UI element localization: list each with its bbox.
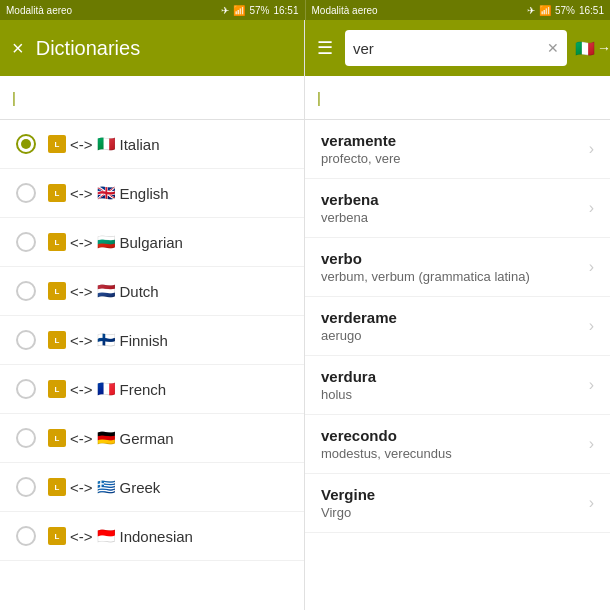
radio-button[interactable]: [16, 477, 36, 497]
result-word: verderame: [321, 309, 589, 326]
radio-button[interactable]: [16, 232, 36, 252]
chevron-right-icon: ›: [589, 317, 594, 335]
result-content: veramenteprofecto, vere: [321, 132, 589, 166]
result-content: verecondomodestus, verecundus: [321, 427, 589, 461]
right-search-input[interactable]: [353, 40, 543, 57]
clear-search-button[interactable]: ✕: [547, 40, 559, 56]
flag-icon: 🇫🇮: [97, 331, 116, 349]
dictionary-item[interactable]: L <-> 🇧🇬 Bulgarian: [0, 218, 304, 267]
right-search-bar: [305, 76, 610, 120]
result-word: veramente: [321, 132, 589, 149]
result-translation: holus: [321, 387, 589, 402]
result-item[interactable]: verboverbum, verbum (grammatica latina)›: [305, 238, 610, 297]
flag-icon: 🇬🇧: [97, 184, 116, 202]
chevron-right-icon: ›: [589, 376, 594, 394]
flag-icon: 🇩🇪: [97, 429, 116, 447]
chevron-right-icon: ›: [589, 494, 594, 512]
status-info-right: ✈📶 57% 16:51: [527, 5, 604, 16]
latin-icon: L: [48, 429, 66, 447]
result-translation: Virgo: [321, 505, 589, 520]
dictionary-item[interactable]: L <-> 🇫🇮 Finnish: [0, 316, 304, 365]
dictionary-label: L <-> 🇧🇬 Bulgarian: [48, 233, 183, 251]
result-item[interactable]: verecondomodestus, verecundus›: [305, 415, 610, 474]
result-translation: verbum, verbum (grammatica latina): [321, 269, 589, 284]
result-translation: profecto, vere: [321, 151, 589, 166]
dictionary-list: L <-> 🇮🇹 ItalianL <-> 🇬🇧 EnglishL <-> 🇧🇬…: [0, 120, 304, 610]
lang-arrow: →: [597, 40, 610, 56]
dictionary-label: L <-> 🇫🇷 French: [48, 380, 166, 398]
right-toolbar: ☰ ✕ 🇮🇹 → 🇮🇹: [305, 20, 610, 76]
latin-icon: L: [48, 135, 66, 153]
result-word: verdura: [321, 368, 589, 385]
latin-icon: L: [48, 527, 66, 545]
search-container: ✕: [345, 30, 567, 66]
dictionary-item[interactable]: L <-> 🇬🇧 English: [0, 169, 304, 218]
chevron-right-icon: ›: [589, 435, 594, 453]
radio-button[interactable]: [16, 428, 36, 448]
radio-button[interactable]: [16, 526, 36, 546]
close-button[interactable]: ×: [12, 37, 24, 60]
dictionary-label: L <-> 🇳🇱 Dutch: [48, 282, 159, 300]
dictionary-label: L <-> 🇫🇮 Finnish: [48, 331, 168, 349]
status-mode-left: Modalità aereo: [6, 5, 72, 16]
radio-button[interactable]: [16, 379, 36, 399]
result-translation: modestus, verecundus: [321, 446, 589, 461]
latin-icon: L: [48, 184, 66, 202]
result-item[interactable]: verduraholus›: [305, 356, 610, 415]
dictionary-item[interactable]: L <-> 🇫🇷 French: [0, 365, 304, 414]
radio-button[interactable]: [16, 330, 36, 350]
status-mode-right: Modalità aereo: [312, 5, 378, 16]
result-item[interactable]: veramenteprofecto, vere›: [305, 120, 610, 179]
page-title: Dictionaries: [36, 37, 140, 60]
latin-icon: L: [48, 233, 66, 251]
chevron-right-icon: ›: [589, 258, 594, 276]
result-item[interactable]: verbenaverbena›: [305, 179, 610, 238]
dictionary-label: L <-> 🇩🇪 German: [48, 429, 174, 447]
result-translation: verbena: [321, 210, 589, 225]
left-search-bar: [0, 76, 304, 120]
result-item[interactable]: verderameaerugo›: [305, 297, 610, 356]
right-panel: ☰ ✕ 🇮🇹 → 🇮🇹 veramenteprofecto, vere›verb…: [305, 20, 610, 610]
dictionary-item[interactable]: L <-> 🇮🇹 Italian: [0, 120, 304, 169]
result-content: verbenaverbena: [321, 191, 589, 225]
status-bar-left: Modalità aereo ✈📶 57% 16:51: [0, 0, 305, 20]
right-filter-input[interactable]: [317, 89, 598, 106]
dictionary-label: L <-> 🇮🇩 Indonesian: [48, 527, 193, 545]
dictionary-item[interactable]: L <-> 🇬🇷 Greek: [0, 463, 304, 512]
flag-icon: 🇳🇱: [97, 282, 116, 300]
latin-icon: L: [48, 478, 66, 496]
result-translation: aerugo: [321, 328, 589, 343]
dictionary-item[interactable]: L <-> 🇮🇩 Indonesian: [0, 512, 304, 561]
flag-icon: 🇮🇩: [97, 527, 116, 545]
chevron-right-icon: ›: [589, 199, 594, 217]
radio-button[interactable]: [16, 183, 36, 203]
latin-icon: L: [48, 331, 66, 349]
result-content: verderameaerugo: [321, 309, 589, 343]
menu-icon[interactable]: ☰: [313, 33, 337, 63]
dictionary-item[interactable]: L <-> 🇩🇪 German: [0, 414, 304, 463]
left-search-input[interactable]: [12, 89, 292, 106]
result-content: VergineVirgo: [321, 486, 589, 520]
dictionary-item[interactable]: L <-> 🇳🇱 Dutch: [0, 267, 304, 316]
result-word: Vergine: [321, 486, 589, 503]
latin-icon: L: [48, 380, 66, 398]
flag-icon: 🇬🇷: [97, 478, 116, 496]
results-list: veramenteprofecto, vere›verbenaverbena›v…: [305, 120, 610, 610]
result-item[interactable]: VergineVirgo›: [305, 474, 610, 533]
language-badge[interactable]: 🇮🇹 → 🇮🇹: [575, 39, 610, 58]
radio-button[interactable]: [16, 281, 36, 301]
left-toolbar: × Dictionaries: [0, 20, 304, 76]
result-word: verbena: [321, 191, 589, 208]
status-right-left: ✈📶 57% 16:51: [221, 5, 298, 16]
flag-icon: 🇫🇷: [97, 380, 116, 398]
flag-icon: 🇮🇹: [97, 135, 116, 153]
result-content: verduraholus: [321, 368, 589, 402]
result-word: verbo: [321, 250, 589, 267]
dictionary-label: L <-> 🇮🇹 Italian: [48, 135, 160, 153]
flag-icon: 🇧🇬: [97, 233, 116, 251]
dictionary-label: L <-> 🇬🇧 English: [48, 184, 169, 202]
result-word: verecondo: [321, 427, 589, 444]
left-panel: × Dictionaries L <-> 🇮🇹 ItalianL <-> 🇬🇧 …: [0, 20, 305, 610]
radio-button[interactable]: [16, 134, 36, 154]
latin-icon: L: [48, 282, 66, 300]
